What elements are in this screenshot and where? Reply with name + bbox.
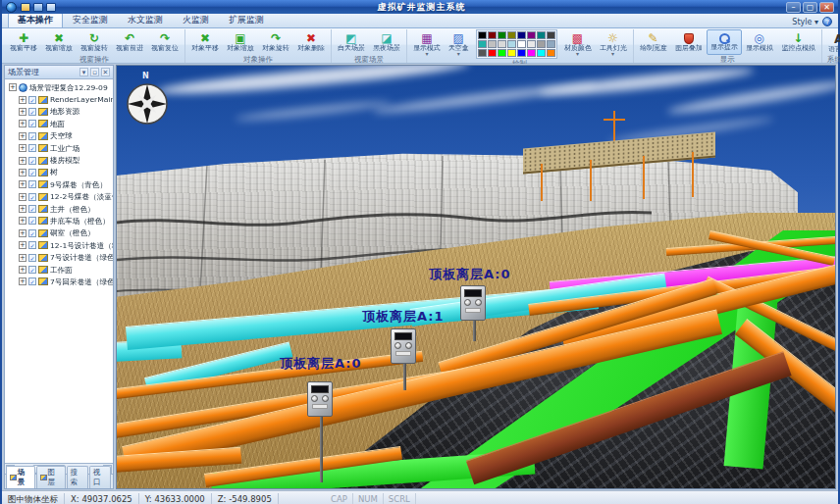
- tab-water-monitoring[interactable]: 水文监测: [118, 12, 173, 27]
- expand-icon[interactable]: +: [19, 169, 26, 176]
- visibility-check-icon[interactable]: ✓: [28, 241, 36, 249]
- display-mode-button[interactable]: ▦ 显示模式 ▾: [409, 31, 445, 57]
- tab-viewport[interactable]: 视口: [89, 466, 111, 488]
- palette-swatch[interactable]: [478, 31, 487, 39]
- expand-icon[interactable]: +: [9, 83, 17, 91]
- expand-icon[interactable]: +: [19, 96, 26, 104]
- palette-swatch[interactable]: [527, 31, 536, 39]
- tree-item[interactable]: +✓楼房模型: [7, 154, 113, 166]
- palette-swatch[interactable]: [478, 40, 487, 48]
- view-reset-button[interactable]: ↷ 视窗复位: [147, 29, 183, 55]
- visibility-check-icon[interactable]: ✓: [28, 277, 36, 285]
- panel-pin-icon[interactable]: ▫: [90, 68, 99, 76]
- expand-icon[interactable]: +: [19, 108, 26, 116]
- 3d-viewport[interactable]: N 顶板离层A:0 顶板离层A:1: [116, 65, 836, 489]
- palette-swatch[interactable]: [488, 40, 497, 48]
- panel-close-icon[interactable]: ✕: [101, 68, 110, 76]
- app-menu-orb-icon[interactable]: [6, 2, 17, 13]
- palette-swatch[interactable]: [547, 31, 555, 39]
- palette-swatch[interactable]: [498, 49, 506, 57]
- object-rotate-button[interactable]: ↷ 对象旋转: [258, 29, 293, 55]
- tab-layers[interactable]: 图层: [36, 466, 66, 488]
- palette-swatch[interactable]: [507, 31, 516, 39]
- show-tips-button[interactable]: 显示提示: [707, 29, 742, 55]
- palette-swatch[interactable]: [537, 31, 546, 39]
- palette-swatch[interactable]: [488, 49, 497, 57]
- tree-root[interactable]: + 场景管理复合12.29-09: [7, 81, 113, 93]
- palette-swatch[interactable]: [527, 40, 536, 48]
- tree-item[interactable]: +✓地面: [7, 118, 113, 129]
- tree-item[interactable]: +✓12-1号设计巷道（粉色）: [7, 239, 113, 251]
- visibility-check-icon[interactable]: ✓: [28, 132, 36, 140]
- palette-swatch[interactable]: [488, 31, 497, 39]
- tree-item[interactable]: +✓主井（橙色）: [7, 203, 113, 215]
- palette-swatch[interactable]: [537, 49, 546, 57]
- expand-icon[interactable]: +: [19, 217, 26, 225]
- quick-access-icon[interactable]: [46, 3, 56, 12]
- minimize-button[interactable]: –: [786, 2, 801, 13]
- visibility-check-icon[interactable]: ✓: [28, 169, 36, 176]
- tree-item[interactable]: +✓天空球: [7, 130, 113, 142]
- palette-swatch[interactable]: [517, 49, 526, 57]
- roof-separation-sensor[interactable]: [460, 285, 486, 321]
- visibility-check-icon[interactable]: ✓: [28, 108, 36, 116]
- palette-swatch[interactable]: [507, 40, 516, 48]
- panel-menu-icon[interactable]: ▾: [79, 68, 88, 76]
- visibility-check-icon[interactable]: ✓: [28, 120, 36, 127]
- view-forward-button[interactable]: ↶ 视窗前进: [112, 29, 147, 55]
- layer-overlay-button[interactable]: 图层叠加: [671, 29, 707, 55]
- visibility-check-icon[interactable]: ✓: [28, 157, 36, 165]
- tree-item[interactable]: +✓12-2号煤巷（淡蓝色）: [7, 191, 113, 203]
- visibility-check-icon[interactable]: ✓: [28, 180, 36, 188]
- object-delete-button[interactable]: ✖ 对象删除: [293, 29, 329, 55]
- expand-icon[interactable]: +: [19, 266, 26, 274]
- tab-basic-operations[interactable]: 基本操作: [8, 12, 63, 27]
- tab-safety-monitoring[interactable]: 安全监测: [63, 12, 118, 27]
- object-move-button[interactable]: ✖ 对象平移: [187, 29, 223, 55]
- material-color-button[interactable]: ▩ 材质颜色 ▾: [560, 31, 596, 57]
- palette-swatch[interactable]: [537, 40, 546, 48]
- expand-icon[interactable]: +: [19, 205, 26, 213]
- visibility-check-icon[interactable]: ✓: [28, 254, 36, 262]
- roof-separation-sensor[interactable]: [307, 381, 333, 417]
- expand-icon[interactable]: +: [19, 254, 26, 262]
- visibility-check-icon[interactable]: ✓: [28, 229, 36, 237]
- open-file-icon[interactable]: [21, 3, 30, 12]
- expand-icon[interactable]: +: [19, 157, 26, 165]
- palette-swatch[interactable]: [478, 49, 487, 57]
- tree-item[interactable]: +✓井底车场（橙色）: [7, 215, 113, 227]
- tree-item[interactable]: +✓工业广场: [7, 142, 113, 154]
- tree-item[interactable]: +✓RenderLayerMain: [7, 93, 113, 105]
- monitor-point-sim-button[interactable]: ↓ 监控点模拟: [777, 29, 820, 55]
- skybox-button[interactable]: ▨ 天空盒 ▾: [445, 31, 473, 57]
- palette-swatch[interactable]: [498, 31, 506, 39]
- expand-icon[interactable]: +: [19, 229, 26, 237]
- draw-width-button[interactable]: ✎ 绘制宽度: [636, 29, 671, 55]
- visibility-check-icon[interactable]: ✓: [28, 193, 36, 201]
- palette-swatch[interactable]: [547, 49, 555, 57]
- light-tool-button[interactable]: ☼ 工具灯光 ▾: [596, 31, 631, 57]
- visibility-check-icon[interactable]: ✓: [28, 96, 36, 104]
- tree-item[interactable]: +✓7号设计巷道（绿色）: [7, 251, 113, 263]
- palette-swatch[interactable]: [517, 40, 526, 48]
- help-icon[interactable]: ?: [822, 17, 832, 26]
- expand-icon[interactable]: +: [19, 193, 26, 201]
- style-menu[interactable]: Style ▾: [792, 18, 818, 26]
- expand-icon[interactable]: +: [19, 132, 26, 140]
- expand-icon[interactable]: +: [19, 241, 26, 249]
- panel-header[interactable]: 场景管理 ▾ ▫ ✕: [5, 66, 113, 79]
- night-scene-button[interactable]: ◪ 黑夜场景: [369, 29, 404, 55]
- tree-item[interactable]: +✓地形资源: [7, 106, 113, 118]
- expand-icon[interactable]: +: [19, 120, 26, 127]
- language-switch-button[interactable]: A ↺ 语言切换: [824, 29, 840, 55]
- tree-item[interactable]: +✓树: [7, 167, 113, 178]
- palette-swatch[interactable]: [527, 49, 536, 57]
- tree-item[interactable]: +✓硐室（橙色）: [7, 227, 113, 239]
- title-bar[interactable]: 虚拟矿井监测主系统 – ▢ ✕: [2, 0, 838, 14]
- roof-separation-sensor[interactable]: [391, 328, 416, 364]
- visibility-check-icon[interactable]: ✓: [28, 266, 36, 274]
- visibility-check-icon[interactable]: ✓: [28, 205, 36, 213]
- tab-fire-monitoring[interactable]: 火监测: [173, 12, 219, 27]
- visibility-check-icon[interactable]: ✓: [28, 144, 36, 152]
- palette-swatch[interactable]: [507, 49, 516, 57]
